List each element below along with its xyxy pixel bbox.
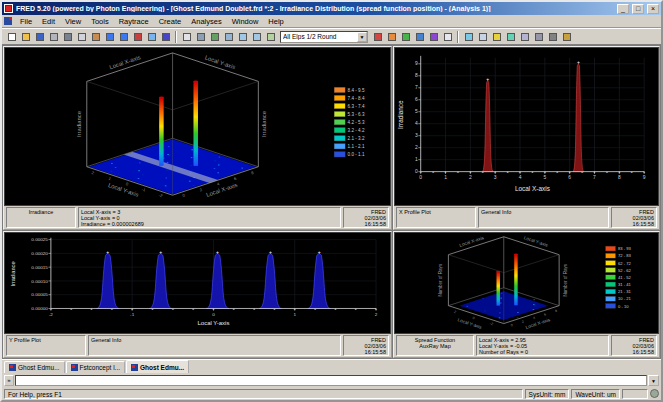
toolbar-icon-zoom-out[interactable] [250, 30, 263, 43]
toolbar-icon-save[interactable] [33, 30, 46, 43]
minimize-button[interactable]: _ [617, 4, 629, 14]
toolbar-icon-source[interactable] [490, 30, 503, 43]
cursor-info-line: Number of Rays = 0 [479, 349, 606, 355]
irradiance-3d-svg: 02468-2-1012Local X-axisLocal Y-axisLoca… [5, 48, 390, 205]
spread-function-3d-chart[interactable]: 02468-202Local X-axisLocal Y-axisLocal X… [394, 232, 659, 334]
toolbar-icon-trace-paths[interactable] [385, 30, 398, 43]
document-icon[interactable] [4, 17, 12, 25]
raytrace-icon [374, 33, 382, 41]
toolbar-icon-report[interactable] [441, 30, 454, 43]
menu-window[interactable]: Window [227, 16, 264, 27]
energy-chart-icon [402, 33, 410, 41]
toolbar-icon-cut[interactable] [61, 30, 74, 43]
mdi-workspace: 02468-2-1012Local X-axisLocal Y-axisLoca… [2, 45, 661, 359]
svg-text:31 - 41: 31 - 41 [618, 282, 632, 287]
svg-text:0.00020: 0.00020 [31, 251, 48, 256]
svg-text:1: 1 [415, 157, 418, 162]
toolbar-icon-open[interactable] [19, 30, 32, 43]
menu-view[interactable]: View [60, 16, 86, 27]
menu-help[interactable]: Help [263, 16, 288, 27]
svg-text:0.00025: 0.00025 [31, 237, 48, 242]
maximize-button[interactable]: □ [632, 4, 644, 14]
cursor-info-cell: Local X-axis = 3Local Y-axis = 0Irradian… [78, 207, 341, 228]
toolbar-icon-irradiance-map[interactable] [427, 30, 440, 43]
menu-analyses[interactable]: Analyses [186, 16, 226, 27]
svg-text:72 - 83: 72 - 83 [618, 253, 632, 258]
tab-ghost-edmund-2[interactable]: Ghost Edmu... [126, 360, 189, 373]
unit-cells: SysUnit: mmWaveUnit: um [525, 389, 620, 399]
panel-type-label: Irradiance [9, 209, 73, 215]
toolbar-icon-rotate-view[interactable] [208, 30, 221, 43]
svg-text:8: 8 [415, 73, 418, 78]
irradiance-3d-chart[interactable]: 02468-2-1012Local X-axisLocal Y-axisLoca… [4, 47, 391, 206]
svg-text:1: 1 [293, 312, 296, 317]
toolbar-icon-help[interactable] [159, 30, 172, 43]
tab-fstconcept[interactable]: Fstconcept l... [66, 361, 125, 373]
toolbar-icon-redo[interactable] [117, 30, 130, 43]
y-profile-chart[interactable]: ++++++++++++++++++++++-2-10120.000000.00… [4, 232, 391, 334]
toolbar-icon-grid[interactable] [532, 30, 545, 43]
analysis-combo[interactable]: All Elps 1/2 Round ▼ [280, 31, 368, 43]
svg-text:9: 9 [643, 175, 646, 180]
svg-text:+: + [106, 250, 109, 255]
svg-text:+: + [269, 250, 272, 255]
toolbar-icon-copy[interactable] [75, 30, 88, 43]
cube-icon [521, 33, 529, 41]
panel-type-cell: Y Profile Plot [6, 335, 86, 356]
menu-file[interactable]: File [15, 16, 37, 27]
svg-text:2: 2 [91, 170, 96, 176]
toolbar-icon-paste[interactable] [89, 30, 102, 43]
svg-text:-2: -2 [489, 322, 493, 327]
toolbar-icon-lock[interactable] [560, 30, 573, 43]
command-history-dropdown-icon[interactable]: ▼ [648, 375, 659, 386]
toolbar-icon-new[interactable] [5, 30, 18, 43]
toolbar-icon-fit-view[interactable] [264, 30, 277, 43]
tab-label: Fstconcept l... [80, 364, 120, 371]
toolbar-icon-undo[interactable] [103, 30, 116, 43]
panel-type-cell: Irradiance [6, 207, 76, 228]
toolbar-icon-lens[interactable] [462, 30, 475, 43]
copy-icon [78, 33, 86, 41]
app-icon[interactable] [4, 4, 13, 13]
combo-dropdown-arrow-icon[interactable]: ▼ [357, 32, 367, 42]
toolbar-icon-cube[interactable] [518, 30, 531, 43]
toolbar-icon-select[interactable] [180, 30, 193, 43]
toolbar-icon-zoom-in[interactable] [236, 30, 249, 43]
toolbar-icon-settings[interactable] [546, 30, 559, 43]
general-info-cell: General Info [88, 335, 341, 356]
command-input[interactable] [15, 375, 647, 386]
toolbar-icon-delete[interactable] [131, 30, 144, 43]
svg-text:Irradiance: Irradiance [261, 110, 267, 137]
menu-raytrace[interactable]: Raytrace [114, 16, 154, 27]
panel-type-label: X Profile Plot [399, 209, 473, 215]
app-window: FRED 5.20 (powered by Photon Engineering… [0, 0, 663, 402]
menu-tools[interactable]: Tools [86, 16, 114, 27]
svg-text:Local Y-axis: Local Y-axis [523, 235, 549, 248]
x-profile-chart[interactable]: +++++++++++++++++++++0123456789012345678… [394, 47, 659, 206]
cursor-info-cell: Local X-axis = 2.95Local Y-axis = -0.05N… [476, 335, 609, 356]
toolbar-icon-print[interactable] [47, 30, 60, 43]
rotate-view-icon [211, 33, 219, 41]
menu-create[interactable]: Create [154, 16, 187, 27]
svg-text:0 - 10: 0 - 10 [618, 304, 629, 309]
svg-text:10 - 21: 10 - 21 [618, 296, 632, 301]
menu-edit[interactable]: Edit [37, 16, 60, 27]
toolbar-icon-spot-diagram[interactable] [413, 30, 426, 43]
toolbar-icon-pan[interactable] [194, 30, 207, 43]
svg-text:8: 8 [555, 309, 558, 313]
settings-icon [549, 33, 557, 41]
svg-text:4: 4 [415, 121, 418, 126]
paste-icon [92, 33, 100, 41]
toolbar-icon-detector[interactable] [504, 30, 517, 43]
tab-ghost-edmund-1[interactable]: Ghost Edmu... [4, 361, 65, 373]
toolbar-icon-mirror[interactable] [476, 30, 489, 43]
toolbar-icon-zoom-window[interactable] [222, 30, 235, 43]
toolbar-icon-raytrace[interactable] [371, 30, 384, 43]
toolbar-icon-energy-chart[interactable] [399, 30, 412, 43]
close-button[interactable]: × [647, 4, 659, 14]
timestamp-line: 16:15:58 [614, 349, 654, 355]
toolbar-icon-find[interactable] [145, 30, 158, 43]
panel-x-profile: +++++++++++++++++++++0123456789012345678… [393, 46, 660, 230]
svg-text:Local X-axis: Local X-axis [109, 54, 142, 70]
command-prompt-button[interactable]: » [4, 375, 14, 386]
